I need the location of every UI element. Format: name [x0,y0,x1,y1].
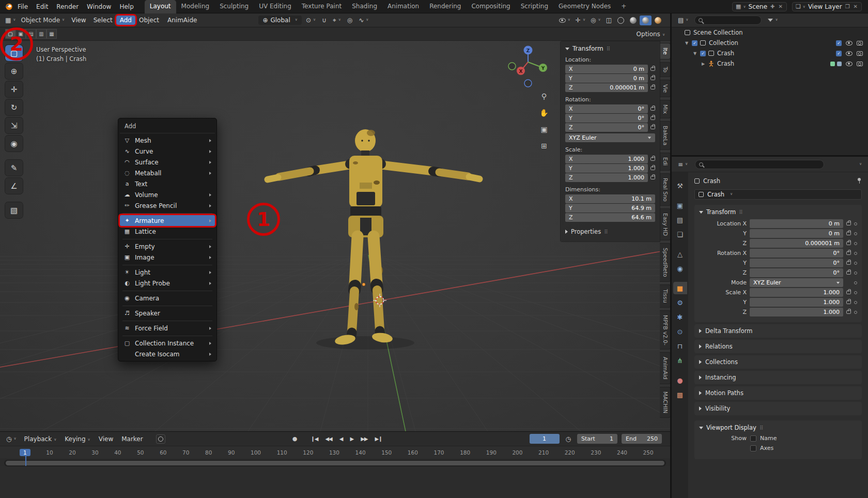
view-layer-tab[interactable]: ❏ [673,228,687,240]
collection-checkbox[interactable] [700,51,706,56]
add-menu-item[interactable]: ◐ Light Probe [120,278,215,289]
lock-icon[interactable] [846,310,851,314]
npanel-properties-header[interactable]: Properties [565,228,655,235]
lock-icon[interactable] [846,291,851,294]
lock-icon[interactable] [650,116,655,120]
properties-filter-dropdown[interactable] [855,161,864,168]
workspace-tab[interactable]: Geometry Nodes [553,0,616,13]
timeline-menu-item[interactable]: Marker [117,434,147,444]
dimension-field[interactable]: X 10.1 m [565,194,655,203]
animate-dot-icon[interactable] [854,281,857,284]
add-menu-item[interactable]: ▣ Image [120,252,215,263]
transform-value-field[interactable]: 0.000001 m [750,239,843,248]
panel-grip-icon[interactable] [760,424,763,431]
gizmo-neg-y-axis[interactable] [508,63,516,70]
object-name-field[interactable]: Crash [694,189,862,200]
lock-icon[interactable] [650,86,655,89]
constraints-tab[interactable]: ⊓ [673,340,687,352]
object-tab[interactable]: ■ [673,282,687,294]
transform-value-field[interactable]: 0° [750,268,843,277]
properties-editor-type-button[interactable]: ≡ [676,160,690,169]
outliner-row[interactable]: ▼ Crash [672,48,868,58]
select-mode-button[interactable]: ▦ [47,29,57,39]
rotation-field[interactable]: Y 0° [565,114,648,123]
zoom-button[interactable]: ⚲ [538,90,550,102]
blender-logo[interactable] [4,2,13,11]
rotate-tool[interactable]: ↻ [5,99,23,115]
navigation-gizmo[interactable]: Z X Y [506,44,551,88]
add-menu-item[interactable]: ▽ Mesh [120,135,215,146]
scale-tool[interactable]: ⇲ [5,117,23,133]
add-menu-item[interactable]: ▢ Collection Instance [120,338,215,349]
transform-value-field[interactable]: 0 m [750,219,843,228]
sidebar-tab[interactable]: MACHIN [660,387,670,418]
frame-tick-label[interactable]: 20 [69,449,75,456]
sidebar-tab[interactable]: Vie [660,80,670,97]
camera-view-button[interactable]: ▣ [538,124,550,135]
add-menu-item[interactable]: ✛ Empty [120,241,215,252]
frame-tick-label[interactable]: 120 [303,449,313,456]
location-field[interactable]: Z 0.000001 m [565,83,648,92]
collapsed-panel-header[interactable]: Motion Paths [694,386,862,400]
transform-value-field[interactable]: 0 m [750,229,843,238]
gizmos-dropdown[interactable]: ✛ [574,16,587,25]
outliner-row[interactable]: ▶ Crash [672,58,868,69]
options-dropdown[interactable]: Options [637,31,665,38]
viewport-menu-item[interactable]: Select [90,16,116,25]
frame-end-field[interactable]: End 250 [622,434,662,444]
transform-tool[interactable]: ◉ [5,135,23,152]
playhead[interactable] [25,456,26,466]
disclosure-triangle-icon[interactable]: ▼ [685,41,692,46]
lock-icon[interactable] [846,271,851,275]
add-menu-item[interactable]: ☁ Volume [120,189,215,200]
frame-tick-label[interactable]: 10 [46,449,53,456]
transform-value-field[interactable]: 1.000 [750,308,843,316]
add-menu-item[interactable]: ♬ Speaker [120,308,215,319]
frame-tick-label[interactable]: 240 [617,449,627,456]
frame-tick-label[interactable]: 140 [355,449,366,456]
properties-search-input[interactable] [695,160,824,169]
lock-icon[interactable] [650,157,655,161]
horizontal-splitter[interactable] [672,155,868,157]
transform-value-field[interactable]: 1.000 [750,298,843,307]
frame-start-field[interactable]: Start 1 [577,434,617,444]
jump-to-start-button[interactable]: ❙◀ [307,435,321,443]
current-frame-field[interactable]: 1 [530,434,560,444]
sidebar-tab[interactable]: Ite [660,43,670,59]
hide-viewport-eye-icon[interactable] [846,62,853,66]
animate-dot-icon[interactable] [854,262,857,265]
topbar-menu-item[interactable]: Help [115,2,137,11]
outliner-row[interactable]: Scene Collection [672,27,868,38]
lock-icon[interactable] [650,67,655,71]
add-menu-item[interactable]: a Text [120,178,215,189]
animate-dot-icon[interactable] [854,232,857,235]
lock-icon[interactable] [650,77,655,80]
lock-icon[interactable] [846,300,851,304]
scale-field[interactable]: Z 1.000 [565,173,648,182]
lock-icon[interactable] [846,242,851,245]
prev-keyframe-button[interactable]: ◀◀ [322,435,335,443]
sidebar-tab[interactable]: MPFB v2.0- [660,310,670,350]
frame-tick-label[interactable]: 230 [591,449,601,456]
topbar-menu-item[interactable]: Window [83,2,115,11]
workspace-tab[interactable]: UV Editing [254,0,297,13]
workspace-tab[interactable]: Texture Paint [297,0,347,13]
rotation-field[interactable]: X 0° [565,104,648,113]
workspace-tab[interactable]: Rendering [424,0,466,13]
add-menu-item[interactable]: ✦ Armature [120,215,215,226]
add-menu-item[interactable]: ▦ Lattice [120,226,215,237]
rendered[interactable] [652,16,664,25]
collapsed-panel-header[interactable]: Instancing [694,371,862,384]
show-name-checkbox[interactable] [750,435,756,442]
frame-tick-label[interactable]: 250 [643,449,654,456]
move-tool[interactable]: ✛ [5,81,23,97]
topbar-menu-item[interactable]: Edit [32,2,52,11]
selectable-checkbox[interactable] [836,40,842,46]
snap-magnet-toggle[interactable]: ∪ [320,16,329,25]
lock-icon[interactable] [650,176,655,179]
world-tab[interactable]: ◉ [673,262,687,275]
hide-render-camera-icon[interactable] [857,62,863,66]
workspace-tab[interactable]: Scripting [516,0,553,13]
play-button[interactable]: ▶ [347,435,357,443]
pin-icon[interactable] [857,178,862,184]
